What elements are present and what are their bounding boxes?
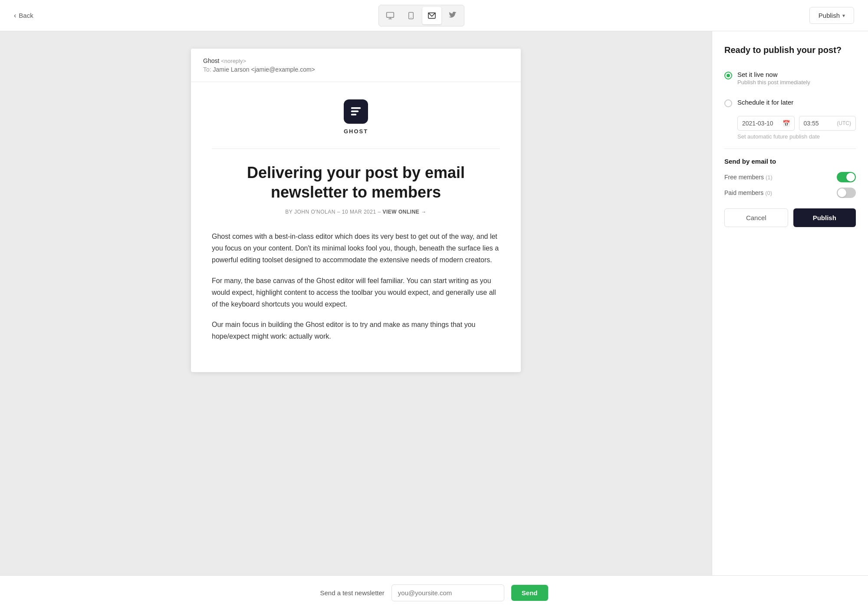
free-members-toggle[interactable]	[837, 172, 856, 182]
view-online-link[interactable]: VIEW ONLINE →	[382, 209, 426, 215]
paragraph-3: Our main focus in building the Ghost edi…	[212, 319, 500, 342]
svg-rect-7	[351, 111, 359, 112]
publish-panel: Ready to publish your post? Set it live …	[712, 31, 868, 575]
option-live-text: Set it live now Publish this post immedi…	[737, 71, 856, 86]
test-newsletter-label: Send a test newsletter	[320, 589, 384, 597]
svg-rect-0	[386, 12, 394, 17]
panel-divider	[724, 148, 856, 149]
back-button[interactable]: ‹ Back	[14, 12, 33, 20]
panel-title: Ready to publish your post?	[724, 45, 856, 55]
schedule-time-input[interactable]: 03:55 (UTC)	[799, 116, 856, 131]
option-schedule-text: Schedule it for later	[737, 99, 856, 106]
paid-members-label: Paid members (0)	[724, 189, 772, 196]
free-members-label: Free members (1)	[724, 174, 773, 181]
cancel-button[interactable]: Cancel	[724, 208, 788, 227]
ghost-name-label: GHOST	[344, 128, 368, 135]
publish-dropdown-button[interactable]: Publish ▾	[809, 7, 854, 24]
schedule-date-value: 2021-03-10	[742, 120, 773, 127]
email-icon	[427, 12, 436, 19]
email-body: GHOST Delivering your post by email news…	[191, 82, 521, 372]
paid-members-row: Paid members (0)	[724, 188, 856, 198]
desktop-icon	[386, 11, 395, 20]
schedule-fields: 2021-03-10 📅 03:55 (UTC)	[737, 116, 856, 131]
free-members-row: Free members (1)	[724, 172, 856, 182]
email-header: Ghost <noreply> To: Jamie Larson <jamie@…	[191, 49, 521, 82]
option-schedule-row: Schedule it for later	[724, 93, 856, 112]
publish-option-schedule: Schedule it for later 2021-03-10 📅 03:55…	[724, 93, 856, 140]
schedule-hint: Set automatic future publish date	[737, 133, 856, 140]
ghost-logo-area: GHOST	[212, 99, 500, 135]
ghost-logo-icon	[349, 105, 362, 118]
send-email-section: Send by email to Free members (1) Paid m…	[724, 158, 856, 198]
preview-area: Ghost <noreply> To: Jamie Larson <jamie@…	[0, 31, 712, 575]
toggle-knob-paid	[838, 188, 846, 197]
twitter-view-button[interactable]	[443, 7, 462, 24]
mobile-view-button[interactable]	[401, 7, 421, 24]
to-label: To:	[203, 66, 211, 73]
free-members-count: (1)	[766, 174, 773, 181]
main-area: Ghost <noreply> To: Jamie Larson <jamie@…	[0, 31, 868, 575]
post-meta-text: BY JOHN O'NOLAN – 10 MAR 2021 –	[285, 209, 382, 215]
schedule-date-input[interactable]: 2021-03-10 📅	[737, 116, 795, 131]
email-to: To: Jamie Larson <jamie@example.com>	[203, 66, 509, 73]
calendar-icon: 📅	[783, 120, 790, 127]
chevron-down-icon: ▾	[842, 13, 845, 19]
panel-actions: Cancel Publish	[724, 208, 856, 227]
option-live-row: Set it live now Publish this post immedi…	[724, 66, 856, 91]
publish-option-live: Set it live now Publish this post immedi…	[724, 66, 856, 91]
paid-members-toggle[interactable]	[837, 188, 856, 198]
email-view-button[interactable]	[422, 7, 441, 24]
schedule-time-value: 03:55	[804, 120, 819, 127]
back-label: Back	[19, 12, 33, 19]
test-email-input[interactable]	[391, 584, 504, 601]
back-arrow-icon: ‹	[14, 12, 16, 20]
post-content: Ghost comes with a best-in-class editor …	[212, 231, 500, 343]
svg-rect-6	[351, 107, 361, 109]
view-mode-selector	[378, 5, 464, 26]
divider	[212, 148, 500, 149]
email-from: Ghost <noreply>	[203, 57, 509, 64]
publish-button-label: Publish	[819, 12, 840, 19]
post-title: Delivering your post by email newsletter…	[212, 163, 500, 202]
mobile-icon	[407, 11, 415, 20]
toggle-knob	[846, 173, 855, 181]
top-bar: ‹ Back Publish ▾	[0, 0, 868, 31]
svg-rect-8	[351, 114, 357, 115]
email-preview-card: Ghost <noreply> To: Jamie Larson <jamie@…	[191, 49, 521, 372]
paid-members-count: (0)	[765, 190, 772, 196]
publish-action-button[interactable]: Publish	[793, 208, 856, 227]
option-schedule-title: Schedule it for later	[737, 99, 856, 106]
to-value: Jamie Larson <jamie@example.com>	[213, 66, 315, 73]
ghost-logo	[344, 99, 368, 124]
sender-name: Ghost	[203, 57, 219, 64]
timezone-label: (UTC)	[837, 120, 851, 126]
radio-live-button[interactable]	[724, 72, 732, 79]
bottom-bar: Send a test newsletter Send	[0, 575, 868, 610]
paragraph-2: For many, the base canvas of the Ghost e…	[212, 275, 500, 310]
desktop-view-button[interactable]	[381, 7, 400, 24]
send-test-button[interactable]: Send	[511, 585, 548, 601]
send-email-title: Send by email to	[724, 158, 856, 165]
option-live-title: Set it live now	[737, 71, 856, 78]
paragraph-1: Ghost comes with a best-in-class editor …	[212, 231, 500, 266]
post-meta: BY JOHN O'NOLAN – 10 MAR 2021 – VIEW ONL…	[212, 209, 500, 215]
sender-email: <noreply>	[221, 58, 246, 64]
radio-schedule-button[interactable]	[724, 99, 732, 107]
option-live-subtitle: Publish this post immediately	[737, 79, 856, 86]
twitter-icon	[448, 12, 457, 20]
